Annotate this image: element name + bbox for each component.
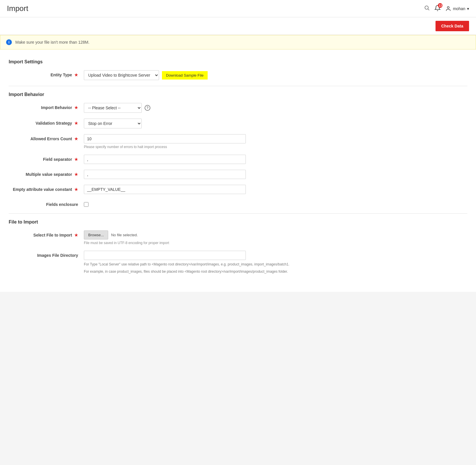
check-data-button[interactable]: Check Data — [436, 21, 469, 31]
validation-strategy-select[interactable]: Stop on ErrorSkip error entries — [84, 119, 142, 128]
entity-type-row: Entity Type ★ Upload Video to Brightcove… — [9, 70, 467, 80]
validation-strategy-label: Validation Strategy ★ — [9, 119, 84, 126]
behavior-divider — [9, 213, 467, 214]
browse-button[interactable]: Browse... — [84, 230, 108, 239]
main-content: Import Settings Entity Type ★ Upload Vid… — [0, 49, 476, 292]
allowed-errors-control: Please specify number of errors to halt … — [84, 134, 467, 149]
validation-strategy-control: Stop on ErrorSkip error entries — [84, 119, 467, 128]
notification-bell[interactable]: 13 — [434, 5, 441, 12]
info-message: Make sure your file isn't more than 128M… — [15, 40, 89, 45]
empty-attribute-row: Empty attribute value constant ★ — [9, 185, 467, 194]
search-icon[interactable] — [424, 5, 430, 12]
images-dir-note2: For example, in case product_images, fil… — [84, 269, 467, 274]
import-behavior-select[interactable]: -- Please Select --Add/UpdateReplaceDele… — [84, 103, 142, 113]
toolbar: Check Data — [0, 17, 476, 35]
settings-divider — [9, 86, 467, 86]
empty-attribute-required: ★ — [74, 187, 78, 192]
images-dir-input[interactable] — [84, 251, 246, 260]
entity-type-label: Entity Type ★ — [9, 70, 84, 77]
multiple-value-separator-label: Multiple value separator ★ — [9, 170, 84, 177]
select-file-label: Select File to Import ★ — [9, 230, 84, 237]
notification-count: 13 — [438, 3, 442, 8]
multiple-value-separator-control — [84, 170, 467, 179]
fields-enclosure-control — [84, 200, 467, 208]
images-dir-label: Images File Directory — [9, 251, 84, 258]
allowed-errors-input[interactable] — [84, 134, 246, 143]
allowed-errors-label: Allowed Errors Count ★ — [9, 134, 84, 141]
fields-enclosure-checkbox[interactable] — [84, 202, 88, 207]
field-separator-input[interactable] — [84, 155, 246, 164]
select-file-required: ★ — [74, 233, 78, 237]
allowed-errors-hint: Please specify number of errors to halt … — [84, 145, 467, 149]
fields-enclosure-row: Fields enclosure — [9, 200, 467, 208]
import-behavior-required: ★ — [74, 105, 78, 110]
user-name: mohan — [453, 6, 465, 11]
field-separator-label: Field separator ★ — [9, 155, 84, 162]
field-separator-required: ★ — [74, 157, 78, 162]
allowed-errors-required: ★ — [74, 136, 78, 141]
header-actions: 13 mohan ▾ — [424, 5, 469, 12]
user-dropdown-arrow: ▾ — [467, 6, 469, 11]
info-icon: i — [6, 39, 12, 45]
allowed-errors-row: Allowed Errors Count ★ Please specify nu… — [9, 134, 467, 149]
validation-required: ★ — [74, 121, 78, 126]
file-to-import-heading: File to Import — [9, 219, 467, 225]
import-behavior-control: -- Please Select --Add/UpdateReplaceDele… — [84, 103, 467, 113]
info-banner: i Make sure your file isn't more than 12… — [0, 35, 476, 49]
import-behavior-row: Import Behavior ★ -- Please Select --Add… — [9, 103, 467, 113]
empty-attribute-control — [84, 185, 467, 194]
svg-line-1 — [428, 9, 429, 10]
multiple-value-separator-input[interactable] — [84, 170, 246, 179]
entity-type-select[interactable]: Upload Video to Brightcove Server — [84, 70, 159, 80]
images-dir-row: Images File Directory For Type "Local Se… — [9, 251, 467, 274]
file-input-wrap: Browse... No file selected. — [84, 230, 467, 239]
import-behavior-label: Import Behavior ★ — [9, 103, 84, 110]
field-separator-control — [84, 155, 467, 164]
file-hint: File must be saved in UTF-8 encoding for… — [84, 241, 467, 245]
multiple-value-separator-row: Multiple value separator ★ — [9, 170, 467, 179]
page-title: Import — [7, 4, 28, 13]
header: Import 13 mohan ▾ — [0, 0, 476, 17]
validation-strategy-row: Validation Strategy ★ Stop on ErrorSkip … — [9, 119, 467, 128]
empty-attribute-label: Empty attribute value constant ★ — [9, 185, 84, 192]
svg-point-0 — [425, 6, 429, 9]
field-separator-row: Field separator ★ — [9, 155, 467, 164]
images-dir-note1: For Type "Local Server" use relative pat… — [84, 262, 467, 267]
entity-type-required: ★ — [74, 73, 78, 77]
import-settings-heading: Import Settings — [9, 59, 467, 64]
user-menu[interactable]: mohan ▾ — [445, 6, 469, 12]
download-sample-file-button[interactable]: Download Sample File — [162, 71, 208, 80]
select-file-control: Browse... No file selected. File must be… — [84, 230, 467, 245]
svg-point-2 — [447, 6, 449, 8]
no-file-text: No file selected. — [111, 233, 138, 237]
select-file-row: Select File to Import ★ Browse... No fil… — [9, 230, 467, 245]
fields-enclosure-label: Fields enclosure — [9, 200, 84, 207]
entity-type-control: Upload Video to Brightcove Server Downlo… — [84, 70, 467, 80]
multiple-value-required: ★ — [74, 172, 78, 177]
images-dir-control: For Type "Local Server" use relative pat… — [84, 251, 467, 274]
import-behavior-heading: Import Behavior — [9, 92, 467, 97]
empty-attribute-input[interactable] — [84, 185, 246, 194]
import-behavior-help-icon[interactable]: ? — [145, 105, 150, 111]
